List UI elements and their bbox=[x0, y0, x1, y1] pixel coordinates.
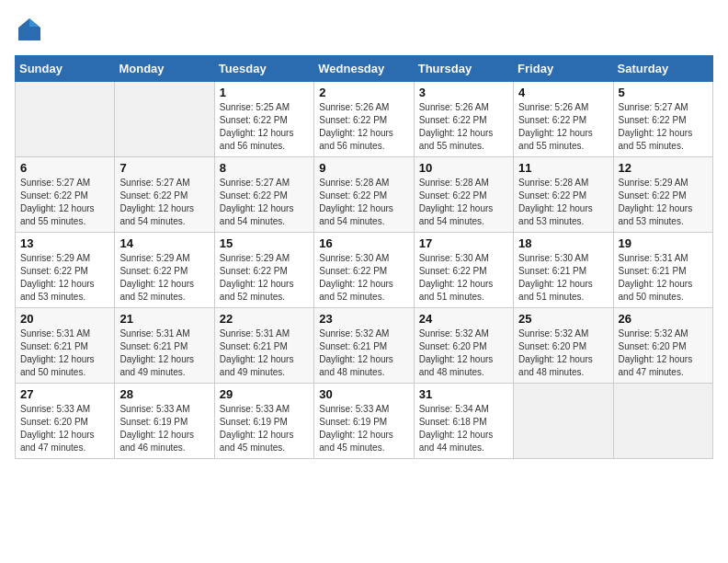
calendar-cell: 12Sunrise: 5:29 AMSunset: 6:22 PMDayligh… bbox=[613, 157, 712, 233]
calendar-cell: 1Sunrise: 5:25 AMSunset: 6:22 PMDaylight… bbox=[214, 82, 313, 157]
day-info: Sunrise: 5:26 AMSunset: 6:22 PMDaylight:… bbox=[319, 101, 408, 153]
day-info: Sunrise: 5:26 AMSunset: 6:22 PMDaylight:… bbox=[419, 101, 508, 153]
calendar-cell: 30Sunrise: 5:33 AMSunset: 6:19 PMDayligh… bbox=[314, 384, 414, 459]
day-number: 9 bbox=[319, 161, 408, 175]
day-number: 10 bbox=[419, 161, 508, 175]
calendar-cell: 10Sunrise: 5:28 AMSunset: 6:22 PMDayligh… bbox=[414, 157, 513, 233]
day-info: Sunrise: 5:29 AMSunset: 6:22 PMDaylight:… bbox=[220, 252, 309, 304]
calendar-cell: 16Sunrise: 5:30 AMSunset: 6:22 PMDayligh… bbox=[314, 233, 414, 308]
calendar-cell bbox=[613, 384, 712, 459]
day-number: 22 bbox=[220, 312, 309, 326]
weekday-header-monday: Monday bbox=[115, 56, 214, 82]
day-info: Sunrise: 5:28 AMSunset: 6:22 PMDaylight:… bbox=[419, 177, 508, 228]
day-number: 16 bbox=[319, 236, 408, 250]
day-number: 31 bbox=[419, 387, 508, 401]
calendar-cell: 11Sunrise: 5:28 AMSunset: 6:22 PMDayligh… bbox=[514, 157, 613, 233]
day-info: Sunrise: 5:32 AMSunset: 6:21 PMDaylight:… bbox=[319, 327, 408, 379]
day-number: 1 bbox=[220, 86, 309, 99]
weekday-header-saturday: Saturday bbox=[613, 56, 712, 82]
calendar-cell: 5Sunrise: 5:27 AMSunset: 6:22 PMDaylight… bbox=[613, 82, 712, 157]
calendar-cell: 20Sunrise: 5:31 AMSunset: 6:21 PMDayligh… bbox=[16, 308, 115, 384]
weekday-header-tuesday: Tuesday bbox=[214, 56, 313, 82]
weekday-header-row: SundayMondayTuesdayWednesdayThursdayFrid… bbox=[16, 56, 713, 82]
calendar-cell: 6Sunrise: 5:27 AMSunset: 6:22 PMDaylight… bbox=[16, 157, 115, 233]
calendar-week-3: 13Sunrise: 5:29 AMSunset: 6:22 PMDayligh… bbox=[16, 233, 713, 308]
day-number: 24 bbox=[419, 312, 508, 326]
day-info: Sunrise: 5:30 AMSunset: 6:21 PMDaylight:… bbox=[518, 252, 608, 304]
weekday-header-thursday: Thursday bbox=[414, 56, 513, 82]
logo bbox=[15, 15, 48, 44]
calendar-cell: 25Sunrise: 5:32 AMSunset: 6:20 PMDayligh… bbox=[514, 308, 613, 384]
day-info: Sunrise: 5:27 AMSunset: 6:22 PMDaylight:… bbox=[20, 177, 109, 228]
day-info: Sunrise: 5:27 AMSunset: 6:22 PMDaylight:… bbox=[220, 177, 309, 228]
day-info: Sunrise: 5:31 AMSunset: 6:21 PMDaylight:… bbox=[119, 327, 209, 379]
day-info: Sunrise: 5:27 AMSunset: 6:22 PMDaylight:… bbox=[119, 177, 209, 228]
weekday-header-wednesday: Wednesday bbox=[314, 56, 414, 82]
day-number: 12 bbox=[619, 161, 708, 175]
calendar-cell: 27Sunrise: 5:33 AMSunset: 6:20 PMDayligh… bbox=[16, 384, 115, 459]
day-number: 4 bbox=[518, 86, 608, 99]
day-info: Sunrise: 5:29 AMSunset: 6:22 PMDaylight:… bbox=[20, 252, 109, 304]
day-info: Sunrise: 5:34 AMSunset: 6:18 PMDaylight:… bbox=[419, 403, 508, 454]
day-number: 29 bbox=[220, 387, 309, 401]
day-info: Sunrise: 5:33 AMSunset: 6:19 PMDaylight:… bbox=[119, 403, 209, 454]
day-number: 25 bbox=[518, 312, 608, 326]
logo-icon bbox=[15, 15, 44, 44]
day-info: Sunrise: 5:33 AMSunset: 6:20 PMDaylight:… bbox=[20, 403, 109, 454]
day-info: Sunrise: 5:28 AMSunset: 6:22 PMDaylight:… bbox=[319, 177, 408, 228]
day-info: Sunrise: 5:32 AMSunset: 6:20 PMDaylight:… bbox=[419, 327, 508, 379]
calendar-cell: 22Sunrise: 5:31 AMSunset: 6:21 PMDayligh… bbox=[214, 308, 313, 384]
calendar-cell bbox=[16, 82, 115, 157]
calendar-week-5: 27Sunrise: 5:33 AMSunset: 6:20 PMDayligh… bbox=[16, 384, 713, 459]
day-info: Sunrise: 5:25 AMSunset: 6:22 PMDaylight:… bbox=[220, 101, 309, 153]
calendar-table: SundayMondayTuesdayWednesdayThursdayFrid… bbox=[15, 55, 713, 459]
calendar-week-2: 6Sunrise: 5:27 AMSunset: 6:22 PMDaylight… bbox=[16, 157, 713, 233]
day-number: 6 bbox=[20, 161, 109, 175]
weekday-header-sunday: Sunday bbox=[16, 56, 115, 82]
calendar-week-1: 1Sunrise: 5:25 AMSunset: 6:22 PMDaylight… bbox=[16, 82, 713, 157]
day-number: 5 bbox=[619, 86, 708, 99]
day-info: Sunrise: 5:32 AMSunset: 6:20 PMDaylight:… bbox=[619, 327, 708, 379]
calendar-cell: 23Sunrise: 5:32 AMSunset: 6:21 PMDayligh… bbox=[314, 308, 414, 384]
day-info: Sunrise: 5:33 AMSunset: 6:19 PMDaylight:… bbox=[220, 403, 309, 454]
day-number: 13 bbox=[20, 236, 109, 250]
day-info: Sunrise: 5:31 AMSunset: 6:21 PMDaylight:… bbox=[619, 252, 708, 304]
day-number: 18 bbox=[518, 236, 608, 250]
day-number: 27 bbox=[20, 387, 109, 401]
day-number: 17 bbox=[419, 236, 508, 250]
day-number: 26 bbox=[619, 312, 708, 326]
calendar-cell: 13Sunrise: 5:29 AMSunset: 6:22 PMDayligh… bbox=[16, 233, 115, 308]
day-number: 28 bbox=[119, 387, 209, 401]
calendar-cell: 7Sunrise: 5:27 AMSunset: 6:22 PMDaylight… bbox=[115, 157, 214, 233]
day-info: Sunrise: 5:31 AMSunset: 6:21 PMDaylight:… bbox=[20, 327, 109, 379]
day-info: Sunrise: 5:28 AMSunset: 6:22 PMDaylight:… bbox=[518, 177, 608, 228]
day-info: Sunrise: 5:30 AMSunset: 6:22 PMDaylight:… bbox=[419, 252, 508, 304]
calendar-cell: 4Sunrise: 5:26 AMSunset: 6:22 PMDaylight… bbox=[514, 82, 613, 157]
calendar-cell: 26Sunrise: 5:32 AMSunset: 6:20 PMDayligh… bbox=[613, 308, 712, 384]
day-number: 15 bbox=[220, 236, 309, 250]
calendar-cell: 9Sunrise: 5:28 AMSunset: 6:22 PMDaylight… bbox=[314, 157, 414, 233]
calendar-cell: 8Sunrise: 5:27 AMSunset: 6:22 PMDaylight… bbox=[214, 157, 313, 233]
day-number: 23 bbox=[319, 312, 408, 326]
day-number: 7 bbox=[119, 161, 209, 175]
day-number: 11 bbox=[518, 161, 608, 175]
svg-marker-1 bbox=[29, 18, 39, 27]
day-info: Sunrise: 5:33 AMSunset: 6:19 PMDaylight:… bbox=[319, 403, 408, 454]
calendar-cell bbox=[514, 384, 613, 459]
day-number: 30 bbox=[319, 387, 408, 401]
day-info: Sunrise: 5:29 AMSunset: 6:22 PMDaylight:… bbox=[619, 177, 708, 228]
calendar-cell: 15Sunrise: 5:29 AMSunset: 6:22 PMDayligh… bbox=[214, 233, 313, 308]
day-info: Sunrise: 5:31 AMSunset: 6:21 PMDaylight:… bbox=[220, 327, 309, 379]
calendar-cell: 24Sunrise: 5:32 AMSunset: 6:20 PMDayligh… bbox=[414, 308, 513, 384]
calendar-cell: 18Sunrise: 5:30 AMSunset: 6:21 PMDayligh… bbox=[514, 233, 613, 308]
calendar-cell: 19Sunrise: 5:31 AMSunset: 6:21 PMDayligh… bbox=[613, 233, 712, 308]
calendar-cell: 31Sunrise: 5:34 AMSunset: 6:18 PMDayligh… bbox=[414, 384, 513, 459]
day-info: Sunrise: 5:32 AMSunset: 6:20 PMDaylight:… bbox=[518, 327, 608, 379]
calendar-cell: 21Sunrise: 5:31 AMSunset: 6:21 PMDayligh… bbox=[115, 308, 214, 384]
weekday-header-friday: Friday bbox=[514, 56, 613, 82]
day-info: Sunrise: 5:29 AMSunset: 6:22 PMDaylight:… bbox=[119, 252, 209, 304]
calendar-cell: 17Sunrise: 5:30 AMSunset: 6:22 PMDayligh… bbox=[414, 233, 513, 308]
day-info: Sunrise: 5:30 AMSunset: 6:22 PMDaylight:… bbox=[319, 252, 408, 304]
day-number: 14 bbox=[119, 236, 209, 250]
calendar-cell: 28Sunrise: 5:33 AMSunset: 6:19 PMDayligh… bbox=[115, 384, 214, 459]
